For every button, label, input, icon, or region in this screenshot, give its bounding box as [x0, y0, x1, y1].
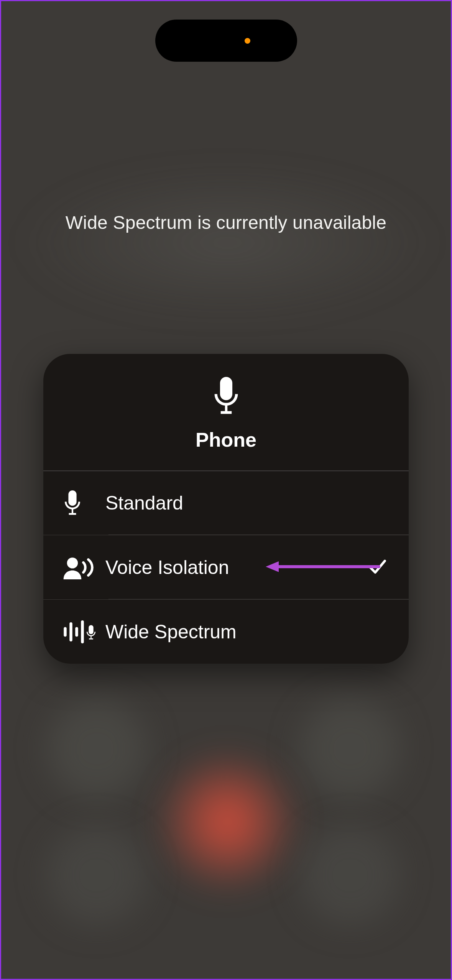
mic-mode-options: Standard Voice Isolation [43, 470, 409, 664]
option-voice-isolation[interactable]: Voice Isolation [43, 535, 409, 599]
mic-mode-card: Phone Standard Voice Isolat [43, 354, 409, 664]
svg-point-0 [67, 557, 78, 568]
option-label: Voice Isolation [105, 556, 368, 579]
svg-rect-1 [64, 627, 67, 636]
option-standard[interactable]: Standard [43, 470, 409, 535]
card-title: Phone [196, 428, 256, 451]
voice-isolation-icon [63, 556, 105, 579]
microphone-icon [63, 490, 105, 516]
checkmark-icon [368, 557, 387, 578]
status-message: Wide Spectrum is currently unavailable [1, 212, 451, 233]
svg-rect-2 [69, 622, 72, 641]
dynamic-island[interactable] [155, 20, 297, 62]
microphone-icon [212, 377, 240, 417]
option-label: Standard [105, 492, 387, 514]
wide-spectrum-icon [63, 618, 105, 645]
option-wide-spectrum[interactable]: Wide Spectrum [43, 599, 409, 664]
svg-rect-4 [81, 620, 84, 643]
mic-indicator-dot [245, 38, 250, 44]
option-label: Wide Spectrum [105, 621, 387, 643]
svg-rect-3 [75, 627, 78, 636]
card-header: Phone [43, 354, 409, 470]
